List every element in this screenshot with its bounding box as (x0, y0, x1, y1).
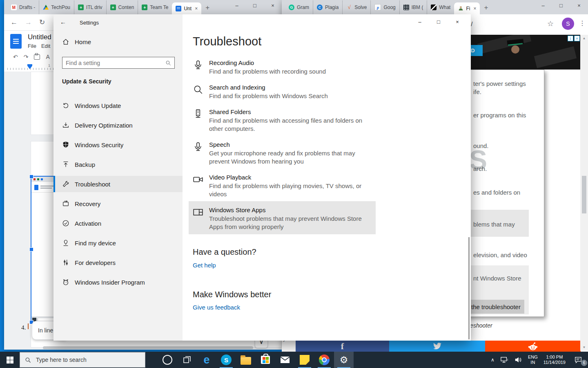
taskbar-search-box[interactable] (20, 352, 145, 368)
doc-title[interactable]: Untitled (28, 33, 51, 41)
sidebar-item-delivery-optimization[interactable]: Delivery Optimization (53, 117, 183, 133)
minimize-button[interactable]: – (410, 16, 429, 27)
close-button[interactable]: × (448, 16, 467, 27)
tab-google[interactable]: Goog (370, 0, 399, 14)
sidebar-item-backup[interactable]: Backup (53, 156, 183, 173)
spellcheck-icon[interactable]: A (46, 54, 49, 60)
tab-gmail-drafts[interactable]: Drafts - (7, 0, 39, 14)
troubleshooter-windows-store-apps[interactable]: Windows Store Apps Troubleshoot problems… (209, 206, 393, 231)
taskbar-store-button[interactable] (256, 352, 275, 368)
minimize-button[interactable]: – (228, 0, 246, 11)
taskbar-task-view-button[interactable] (177, 352, 197, 368)
sidebar-item-home[interactable]: Home (62, 38, 91, 45)
tab-close-icon[interactable]: × (472, 6, 476, 11)
resize-handle[interactable] (29, 247, 33, 251)
menu-file[interactable]: File (28, 43, 36, 49)
share-reddit-button[interactable] (485, 341, 581, 352)
taskbar-search-input[interactable] (35, 356, 131, 364)
reload-button[interactable]: ↻ (39, 18, 45, 27)
tray-expand-button[interactable]: ∧ (488, 352, 497, 368)
taskbar-skype-button[interactable]: S (216, 352, 236, 368)
close-button[interactable]: × (570, 0, 588, 11)
taskbar-file-explorer-button[interactable] (236, 352, 256, 368)
bookmark-star-icon[interactable]: ☆ (547, 19, 554, 28)
profile-avatar[interactable]: S (562, 18, 574, 30)
horizontal-scrollbar[interactable] (43, 346, 253, 349)
scroll-down-icon[interactable]: ▼ (580, 346, 588, 349)
sidebar-item-troubleshoot[interactable]: Troubleshoot (53, 176, 183, 192)
forward-button[interactable]: → (25, 18, 32, 27)
redo-icon[interactable]: ↷ (24, 54, 29, 60)
tab-itl-drive[interactable]: ITL driv (74, 0, 106, 14)
sidebar-item-windows-update[interactable]: Windows Update (53, 97, 183, 114)
troubleshooter-video-playback[interactable]: Video Playback Find and fix problems wit… (209, 174, 393, 198)
sidebar-item-windows-security[interactable]: Windows Security (53, 137, 183, 153)
troubleshooter-shared-folders[interactable]: Shared Folders Find and fix problems wit… (209, 108, 393, 133)
sidebar-item-recovery[interactable]: Recovery (53, 195, 183, 212)
minimize-button[interactable]: – (534, 0, 552, 11)
taskbar-sticky-notes-button[interactable] (295, 352, 314, 368)
page-scrollbar[interactable]: ▲ ▼ (580, 35, 588, 351)
sidebar-item-for-developers[interactable]: For developers (53, 254, 183, 271)
scroll-up-icon[interactable]: ▲ (580, 36, 588, 40)
tab-ibm[interactable]: IBM ( (399, 0, 427, 14)
sidebar-item-activation[interactable]: Activation (53, 215, 183, 231)
menu-edit[interactable]: Edit (41, 43, 50, 49)
taskbar-edge-button[interactable]: e (197, 352, 216, 368)
scrollbar-thumb[interactable] (582, 176, 586, 213)
action-center-button[interactable]: 6 (568, 352, 588, 368)
troubleshooter-search-indexing[interactable]: Search and Indexing Find and fix problem… (209, 84, 393, 100)
ad-info-icon[interactable]: i (568, 36, 573, 41)
network-status-button[interactable] (497, 352, 511, 368)
start-button[interactable] (0, 352, 20, 368)
volume-button[interactable] (511, 352, 525, 368)
resize-handle[interactable] (29, 175, 33, 179)
maximize-button[interactable]: □ (552, 0, 570, 11)
share-twitter-button[interactable] (389, 341, 485, 352)
ad-close-icon[interactable]: × (574, 36, 580, 41)
sidebar-section-title: Update & Security (62, 78, 111, 85)
sidebar-item-find-my-device[interactable]: Find my device (53, 235, 183, 251)
tab-close-icon[interactable]: × (194, 6, 198, 11)
tab-solve[interactable]: Solve (342, 0, 370, 14)
taskbar-chrome-button[interactable] (314, 352, 334, 368)
grammarly-icon (289, 4, 294, 10)
share-facebook-button[interactable]: f (296, 341, 389, 352)
tab-plagiarism[interactable]: Plagia (313, 0, 342, 14)
tab-grammarly[interactable]: Gram (285, 0, 313, 14)
maximize-button[interactable]: □ (246, 0, 264, 11)
run-troubleshooter-button[interactable]: the troubleshooter (469, 300, 524, 314)
print-icon[interactable] (34, 54, 40, 60)
taskbar-settings-button[interactable]: ⚙ (334, 352, 354, 368)
settings-search-box[interactable] (62, 57, 175, 69)
taskbar-cortana-button[interactable] (158, 352, 177, 368)
taskbar-mail-button[interactable] (275, 352, 295, 368)
clock[interactable]: 1:00 PM 11/14/2019 (541, 352, 568, 368)
troubleshooter-speech[interactable]: Speech Get your microphone ready and fix… (209, 141, 393, 166)
tab-content[interactable]: Conten (106, 0, 138, 14)
give-feedback-link[interactable]: Give us feedback (193, 304, 240, 311)
get-help-link[interactable]: Get help (193, 262, 216, 269)
search-icon[interactable] (165, 60, 171, 66)
settings-scrollbar-thumb[interactable] (468, 237, 470, 339)
tab-fix-active[interactable]: Fi × (454, 2, 480, 14)
new-tab-button[interactable]: + (201, 4, 214, 14)
undo-icon[interactable]: ↶ (13, 54, 18, 60)
tab-techpoint[interactable]: TechPou (39, 0, 74, 14)
google-docs-icon[interactable] (10, 34, 22, 49)
browser-menu-icon[interactable]: ⋮ (579, 19, 586, 27)
close-button[interactable]: × (264, 0, 282, 11)
indent-marker[interactable] (27, 66, 32, 69)
tab-team[interactable]: Team Te (138, 0, 172, 14)
troubleshooter-recording-audio[interactable]: Recording Audio Find and fix problems wi… (209, 59, 393, 76)
back-arrow-icon[interactable]: ← (60, 18, 66, 25)
search-input[interactable] (62, 60, 165, 66)
maximize-button[interactable]: □ (429, 16, 448, 27)
back-button[interactable]: ← (11, 18, 18, 27)
language-indicator[interactable]: ENG IN (525, 352, 541, 368)
sidebar-item-windows-insider[interactable]: Windows Insider Program (53, 274, 183, 290)
new-tab-button[interactable]: + (480, 4, 493, 14)
tab-untitled-active[interactable]: Unt × (172, 2, 201, 14)
tab-what[interactable]: What (427, 0, 454, 14)
image-wrap-label[interactable]: In line (38, 327, 53, 334)
